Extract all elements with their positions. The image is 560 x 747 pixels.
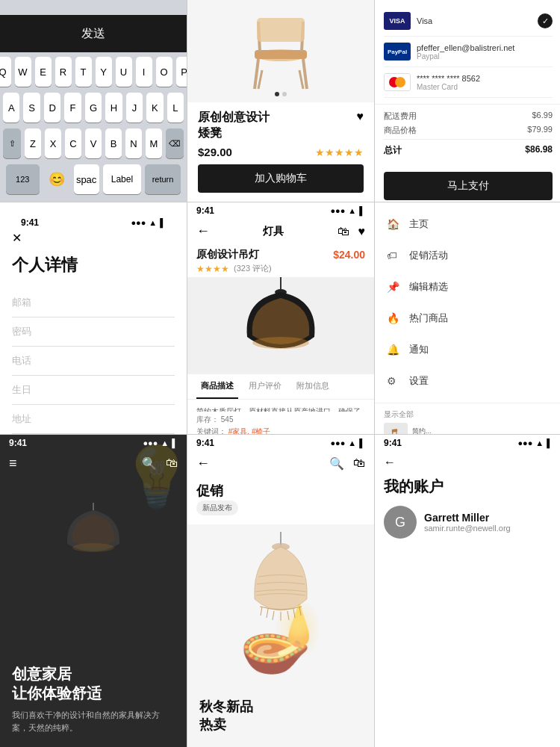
key-e[interactable]: E xyxy=(35,57,52,87)
key-i[interactable]: I xyxy=(136,57,152,87)
account-user-email: samir.runte@newell.org xyxy=(424,524,511,533)
menu-item-hot[interactable]: 🔥 热门商品 xyxy=(375,303,560,334)
account-time: 9:41 xyxy=(384,438,402,448)
menu-icon[interactable]: ≡ xyxy=(9,456,17,471)
key-emoji[interactable]: 😊 xyxy=(43,164,70,194)
key-k[interactable]: K xyxy=(146,93,163,123)
total-label: 总计 xyxy=(384,144,402,157)
tab-reviews[interactable]: 用户评价 xyxy=(244,374,286,399)
key-f[interactable]: F xyxy=(64,93,81,123)
key-a[interactable]: A xyxy=(3,93,19,123)
email-field[interactable]: 邮箱 xyxy=(12,288,175,317)
key-p[interactable]: P xyxy=(176,57,187,87)
mastercard-digits: **** **** **** 8562 xyxy=(417,74,553,83)
product-price-value: $79.99 xyxy=(527,125,553,136)
address-field[interactable]: 地址 xyxy=(12,405,175,434)
key-m[interactable]: M xyxy=(146,128,162,158)
key-s[interactable]: S xyxy=(23,93,40,123)
key-123[interactable]: 123 xyxy=(6,164,40,194)
key-label[interactable]: Label xyxy=(103,164,141,194)
product-card-cell: 原创创意设计矮凳 ♥ $29.00 ★★★★★ 加入购物车 xyxy=(187,0,374,202)
payment-method-visa[interactable]: VISA Visa ✓ xyxy=(384,6,553,37)
key-t[interactable]: T xyxy=(75,57,92,87)
tab-additional[interactable]: 附加信息 xyxy=(292,374,334,399)
key-x[interactable]: X xyxy=(45,128,61,158)
preview-product: 🪑 简约... $29.00 xyxy=(384,423,553,434)
wifi-icon: ▲ xyxy=(348,438,356,447)
promo-status-bar: 9:41 ●●● ▲ ▌ xyxy=(187,435,374,451)
product-info: 原创创意设计矮凳 ♥ $29.00 ★★★★★ xyxy=(187,102,374,164)
promo-search-icon[interactable]: 🔍 xyxy=(329,456,344,471)
account-back-button[interactable]: ← xyxy=(384,456,396,468)
tab-description[interactable]: 商品描述 xyxy=(196,374,238,399)
key-r[interactable]: R xyxy=(55,57,72,87)
payment-method-paypal[interactable]: PayPal pfeffer_ellen@balistreri.net Payp… xyxy=(384,37,553,67)
dot-1 xyxy=(275,92,279,96)
key-h[interactable]: H xyxy=(105,93,122,123)
stock-row: 库存： 545 xyxy=(196,415,365,425)
menu-item-promo[interactable]: 🏷 促销活动 xyxy=(375,240,560,271)
svg-line-22 xyxy=(261,607,262,616)
key-b[interactable]: B xyxy=(105,128,122,158)
key-u[interactable]: U xyxy=(116,57,132,87)
phone-field[interactable]: 电话 xyxy=(12,347,175,376)
key-g[interactable]: G xyxy=(85,93,102,123)
password-field[interactable]: 密码 xyxy=(12,317,175,347)
hero-title: 创意家居让你体验舒适 xyxy=(12,664,175,703)
promo-bag-icon[interactable]: 🛍 xyxy=(353,456,365,471)
wishlist-icon[interactable]: ♥ xyxy=(358,225,366,238)
birthday-field[interactable]: 生日 xyxy=(12,376,175,405)
total-value: $86.98 xyxy=(525,144,553,157)
svg-point-19 xyxy=(72,543,114,552)
settings-icon: ⚙ xyxy=(387,375,400,387)
hot-icon: 🔥 xyxy=(387,312,400,324)
menu-item-settings[interactable]: ⚙ 设置 xyxy=(375,365,560,397)
svg-line-1 xyxy=(303,59,307,89)
key-n[interactable]: N xyxy=(125,128,142,158)
detail-header: 原创设计吊灯 $24.00 ★★★★ (323 评论) xyxy=(187,244,374,277)
send-button[interactable]: 发送 xyxy=(0,15,187,52)
menu-item-editorial[interactable]: 📌 编辑精选 xyxy=(375,271,560,303)
svg-line-23 xyxy=(267,609,268,618)
key-space[interactable]: spac xyxy=(74,164,99,194)
key-d[interactable]: D xyxy=(44,93,60,123)
shipping-label: 配送费用 xyxy=(384,111,417,122)
payment-method-mastercard[interactable]: **** **** **** 8562 Master Card xyxy=(384,67,553,98)
key-w[interactable]: W xyxy=(15,57,31,87)
key-o[interactable]: O xyxy=(156,57,172,87)
key-y[interactable]: Y xyxy=(96,57,112,87)
bag-icon[interactable]: 🛍 xyxy=(337,225,349,238)
key-shift[interactable]: ⇧ xyxy=(3,128,21,158)
key-c[interactable]: C xyxy=(65,128,81,158)
nav-icons: 🛍 ♥ xyxy=(337,225,366,238)
battery-icon: ▌ xyxy=(547,438,553,447)
key-delete[interactable]: ⌫ xyxy=(166,128,184,158)
show-all-label[interactable]: 显示全部 xyxy=(384,409,414,420)
pay-now-button[interactable]: 马上支付 xyxy=(384,172,553,200)
product-stars: ★★★★★ xyxy=(315,146,364,158)
payment-methods-list: VISA Visa ✓ PayPal pfeffer_ellen@balistr… xyxy=(375,0,560,104)
promo-cell: 9:41 ●●● ▲ ▌ ← 🔍 🛍 促销 新品发布 🪔 xyxy=(187,435,374,747)
keyboard[interactable]: Q W E R T Y U I O P A S D F G H J K L xyxy=(0,52,187,202)
key-q[interactable]: Q xyxy=(0,57,11,87)
menu-item-notification[interactable]: 🔔 通知 xyxy=(375,334,560,365)
account-status-icons: ●●● ▲ ▌ xyxy=(517,438,553,447)
close-button[interactable]: ✕ xyxy=(12,231,175,245)
signal-icon: ●●● xyxy=(330,438,345,447)
key-return[interactable]: return xyxy=(145,164,181,194)
promo-back-button[interactable]: ← xyxy=(196,456,210,471)
add-to-cart-button[interactable]: 加入购物车 xyxy=(198,164,364,193)
menu-item-home[interactable]: 🏠 主页 xyxy=(375,208,560,240)
dots-indicator xyxy=(275,92,287,96)
key-v[interactable]: V xyxy=(85,128,102,158)
account-user-row: G Garrett Miller samir.runte@newell.org xyxy=(375,506,560,548)
key-j[interactable]: J xyxy=(126,93,143,123)
back-button[interactable]: ← xyxy=(196,223,210,239)
hero-content: 创意家居让你体验舒适 我们喜欢干净的设计和自然的家具解决方案，天然的纯粹。 xyxy=(0,598,187,748)
chair-image xyxy=(243,7,318,96)
key-z[interactable]: Z xyxy=(25,128,41,158)
notification-icon: 🔔 xyxy=(387,344,400,356)
wishlist-icon[interactable]: ♥ xyxy=(357,110,364,123)
key-l[interactable]: L xyxy=(167,93,184,123)
mastercard-label: Master Card xyxy=(417,83,553,91)
